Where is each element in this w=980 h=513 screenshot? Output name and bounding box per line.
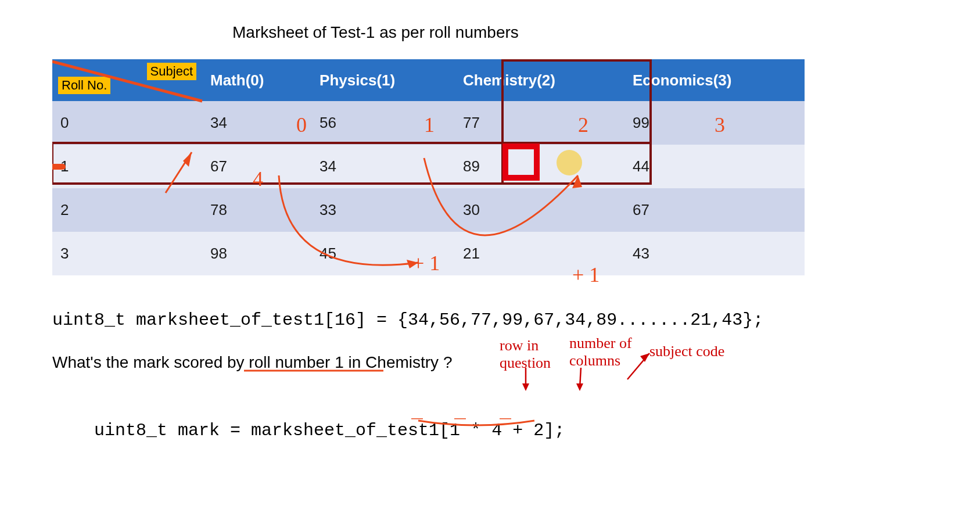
corner-header: Subject Roll No. [52, 59, 202, 101]
table-row: 0 34 56 77 99 [52, 101, 805, 145]
mark-cell: 77 [455, 101, 624, 145]
mark-cell: 30 [455, 188, 624, 232]
mark-cell: 78 [202, 188, 311, 232]
table-row: 1 67 34 89 44 [52, 145, 805, 188]
mark-cell: 67 [202, 145, 311, 188]
code-line-1: uint8_t marksheet_of_test1[16] = {34,56,… [52, 310, 928, 330]
svg-marker-11 [576, 383, 583, 391]
header-chemistry: Chemistry(2) [455, 59, 624, 101]
mark-cell: 34 [202, 101, 311, 145]
mark-cell: 44 [624, 145, 805, 188]
mark-cell: 99 [624, 101, 805, 145]
mark-cell: 89 [455, 145, 624, 188]
corner-roll-label: Roll No. [58, 77, 110, 94]
mark-cell: 34 [311, 145, 455, 188]
mark-cell: 45 [311, 232, 455, 275]
code-area: uint8_t marksheet_of_test1[16] = {34,56,… [52, 310, 928, 480]
roll-cell: 2 [52, 188, 202, 232]
anno-row-in-question: row in question [500, 337, 569, 372]
marksheet-table-wrap: Subject Roll No. Math(0) Physics(1) Chem… [52, 59, 805, 275]
mark-cell: 43 [624, 232, 805, 275]
anno-num-columns: number of columns [569, 335, 645, 369]
marksheet-table: Subject Roll No. Math(0) Physics(1) Chem… [52, 59, 805, 275]
table-row: 2 78 33 30 67 [52, 188, 805, 232]
code-line-2: uint8_t mark = marksheet_of_test1[1 * 4 … [52, 401, 928, 480]
corner-subject-label: Subject [147, 63, 196, 80]
svg-marker-10 [522, 383, 529, 391]
header-math: Math(0) [202, 59, 311, 101]
mark-cell: 33 [311, 188, 455, 232]
code-line-2-text: uint8_t mark = marksheet_of_test1[1 * 4 … [94, 421, 565, 440]
roll-cell: 3 [52, 232, 202, 275]
header-physics: Physics(1) [311, 59, 455, 101]
roll-cell: 0 [52, 101, 202, 145]
mark-cell: 67 [624, 188, 805, 232]
table-row: 3 98 45 21 43 [52, 232, 805, 275]
page-title: Marksheet of Test-1 as per roll numbers [232, 23, 928, 42]
mark-cell: 21 [455, 232, 624, 275]
question-line: What's the mark scored by roll number 1 … [52, 353, 928, 372]
roll-cell: 1 [52, 145, 202, 188]
mark-cell: 98 [202, 232, 311, 275]
header-economics: Economics(3) [624, 59, 805, 101]
anno-subject-code: subject code [649, 343, 724, 360]
question-text: What's the mark scored by roll number 1 … [52, 353, 452, 371]
mark-cell: 56 [311, 101, 455, 145]
